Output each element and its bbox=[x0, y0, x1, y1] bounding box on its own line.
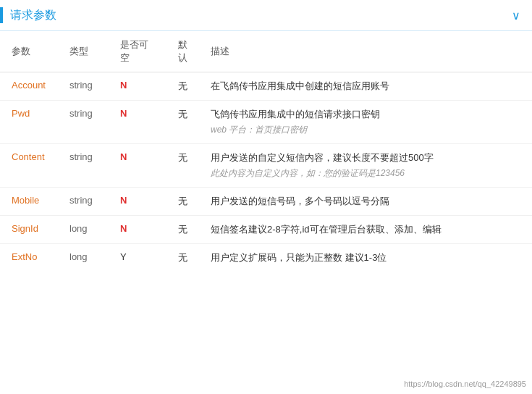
param-default: 无 bbox=[166, 216, 199, 244]
param-default: 无 bbox=[166, 144, 199, 188]
param-name: SignId bbox=[0, 216, 58, 244]
param-required: N bbox=[109, 188, 166, 216]
param-default: 无 bbox=[166, 188, 199, 216]
col-header-default: 默认 bbox=[166, 31, 199, 72]
section-title: 请求参数 bbox=[10, 8, 56, 23]
table-row: SignIdlongN无短信签名建议2-8字符,id可在管理后台获取、添加、编辑 bbox=[0, 216, 532, 244]
param-type: string bbox=[58, 144, 109, 188]
param-name: Account bbox=[0, 72, 58, 101]
chevron-down-icon[interactable]: ∨ bbox=[512, 9, 520, 22]
param-name: ExtNo bbox=[0, 244, 58, 272]
watermark: https://blog.csdn.net/qq_42249895 bbox=[404, 380, 526, 388]
param-default: 无 bbox=[166, 101, 199, 144]
col-header-required: 是否可空 bbox=[109, 31, 166, 72]
table-row: AccountstringN无在飞鸽传书应用集成中创建的短信应用账号 bbox=[0, 72, 532, 101]
section-title-bar bbox=[0, 7, 3, 23]
param-desc: 短信签名建议2-8字符,id可在管理后台获取、添加、编辑 bbox=[199, 216, 532, 244]
param-required: N bbox=[109, 101, 166, 144]
table-row: ContentstringN无用户发送的自定义短信内容，建议长度不要超过500字… bbox=[0, 144, 532, 188]
param-desc: 飞鸽传书应用集成中的短信请求接口密钥web 平台：首页接口密钥 bbox=[199, 101, 532, 144]
param-required: Y bbox=[109, 244, 166, 272]
param-type: long bbox=[58, 216, 109, 244]
param-desc: 用户发送的自定义短信内容，建议长度不要超过500字此处内容为自定义内容，如：您的… bbox=[199, 144, 532, 188]
param-default: 无 bbox=[166, 244, 199, 272]
param-desc: 在飞鸽传书应用集成中创建的短信应用账号 bbox=[199, 72, 532, 101]
col-header-type: 类型 bbox=[58, 31, 109, 72]
params-table: 参数 类型 是否可空 默认 描述 AccountstringN无在飞鸽传书应用集… bbox=[0, 31, 532, 272]
section-header: 请求参数 ∨ bbox=[0, 0, 532, 31]
param-desc: 用户定义扩展码，只能为正整数 建议1-3位 bbox=[199, 244, 532, 272]
col-header-name: 参数 bbox=[0, 31, 58, 72]
table-header-row: 参数 类型 是否可空 默认 描述 bbox=[0, 31, 532, 72]
param-type: long bbox=[58, 244, 109, 272]
section-title-wrapper: 请求参数 bbox=[0, 7, 56, 23]
param-type: string bbox=[58, 188, 109, 216]
param-required: N bbox=[109, 216, 166, 244]
param-default: 无 bbox=[166, 72, 199, 101]
param-desc: 用户发送的短信号码，多个号码以逗号分隔 bbox=[199, 188, 532, 216]
table-row: MobilestringN无用户发送的短信号码，多个号码以逗号分隔 bbox=[0, 188, 532, 216]
page-container: 请求参数 ∨ 参数 类型 是否可空 默认 描述 AccountstringN无在… bbox=[0, 0, 532, 394]
param-name: Mobile bbox=[0, 188, 58, 216]
param-sub-note: 此处内容为自定义内容，如：您的验证码是123456 bbox=[211, 167, 520, 180]
param-type: string bbox=[58, 101, 109, 144]
table-row: PwdstringN无飞鸽传书应用集成中的短信请求接口密钥web 平台：首页接口… bbox=[0, 101, 532, 144]
col-header-desc: 描述 bbox=[199, 31, 532, 72]
table-row: ExtNolongY无用户定义扩展码，只能为正整数 建议1-3位 bbox=[0, 244, 532, 272]
param-name: Content bbox=[0, 144, 58, 188]
param-sub-note: web 平台：首页接口密钥 bbox=[211, 124, 520, 136]
param-required: N bbox=[109, 72, 166, 101]
param-name: Pwd bbox=[0, 101, 58, 144]
param-type: string bbox=[58, 72, 109, 101]
param-required: N bbox=[109, 144, 166, 188]
